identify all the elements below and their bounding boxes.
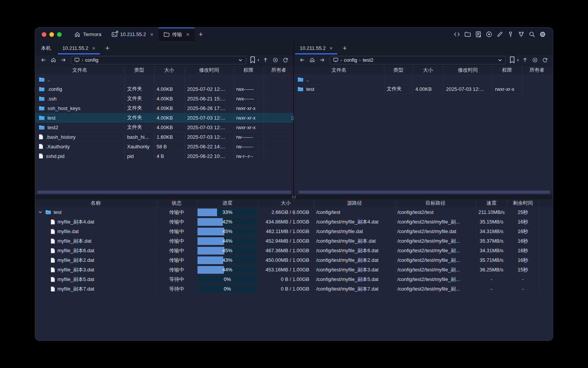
panel-splitter-handle[interactable] [291, 116, 294, 120]
title-tab-home[interactable]: Termora [69, 28, 106, 41]
column-header[interactable]: 修改时间 [443, 66, 492, 74]
folder-icon[interactable] [464, 31, 471, 38]
back-button[interactable] [39, 56, 48, 64]
transfer-row[interactable]: myfile.dat传输中45%462.11MB / 1.00GB/config… [35, 227, 553, 236]
close-tab-icon[interactable]: × [150, 32, 153, 37]
file-row[interactable]: test文件夹4.00KB2025-07-03 12:...rwxr-xr-x [35, 113, 293, 123]
title-tab-label: 传输 [172, 31, 182, 38]
home-button[interactable] [307, 56, 317, 64]
file-row[interactable]: test2文件夹4.00KB2025-07-03 12:...rwxr-xr-x [35, 123, 293, 132]
close-window-button[interactable] [42, 32, 46, 37]
back-button[interactable] [297, 56, 307, 64]
transfer-row[interactable]: myfile_副本3.dat传输中44%453.16MB / 1.00GB/co… [35, 265, 553, 274]
file-row[interactable]: .ssh文件夹4.00KB2025-06-21 15:...rwx------ [35, 94, 293, 104]
parent-directory-button[interactable] [261, 56, 270, 64]
title-tab-transfer[interactable]: 传输× [158, 28, 194, 41]
horizontal-scrollbar[interactable] [37, 191, 291, 194]
file-row[interactable]: sshd.pidpid4 B2025-06-22 10:...rw-r--r-- [35, 151, 293, 161]
zoom-window-button[interactable] [57, 32, 62, 37]
column-header[interactable]: 文件名 [294, 66, 384, 74]
transfer-splitter-handle[interactable] [292, 196, 296, 198]
column-header[interactable]: 进度 [197, 199, 258, 207]
breadcrumb-segment[interactable]: config [344, 57, 357, 63]
close-tab-icon[interactable]: × [186, 32, 189, 37]
transfer-row[interactable]: myfile_副本4.dat传输中42%434.86MB / 1.00GB/co… [35, 217, 553, 227]
horizontal-scrollbar[interactable] [299, 191, 550, 194]
column-header[interactable]: 修改时间 [185, 66, 234, 74]
settings-icon[interactable] [539, 31, 546, 38]
transfer-row[interactable]: myfile_副本5.dat等待中0%0 B / 1.00GB/config/t… [35, 274, 553, 284]
breadcrumb[interactable]: ›config [71, 56, 246, 64]
breadcrumb-segment[interactable]: test2 [363, 57, 373, 63]
column-header[interactable] [539, 199, 553, 207]
tree-expand-icon[interactable] [38, 210, 43, 214]
breadcrumb-dropdown-icon[interactable] [498, 58, 502, 62]
transfer-name: myfile.dat [57, 228, 79, 234]
column-header[interactable]: 类型 [124, 66, 154, 74]
column-header[interactable]: 大小 [413, 66, 443, 74]
transfer-filler-cell [539, 207, 553, 217]
transfer-row[interactable]: test传输中33%2.66GB / 8.00GB/config/test/co… [35, 207, 553, 217]
bookmark-dropdown-icon[interactable]: ▾ [257, 58, 259, 62]
edit-icon[interactable] [497, 31, 503, 38]
transfer-row[interactable]: myfile_副本7.dat等待中0%0 B / 1.00GB/config/t… [35, 284, 553, 294]
tab-session[interactable]: 10.211.55.2× [294, 42, 338, 54]
file-row[interactable]: .. [294, 75, 553, 84]
transfer-row[interactable]: myfile_副本6.dat传输中45%467.36MB / 1.00GB/co… [35, 246, 553, 255]
bookmark-dropdown-icon[interactable]: ▾ [517, 58, 519, 62]
new-tab-button[interactable]: + [194, 28, 207, 41]
key-icon[interactable] [507, 31, 514, 38]
branch-icon[interactable] [518, 31, 524, 38]
refresh-button[interactable] [281, 56, 290, 64]
transfer-row[interactable]: myfile_副本.dat传输中44%452.94MB / 1.00GB/con… [35, 236, 553, 246]
tab-session[interactable]: 10.211.55.2× [57, 42, 101, 54]
breadcrumb-separator: › [340, 57, 342, 63]
file-row[interactable]: ssh_host_keys文件夹4.00KB2025-06-26 17:...r… [35, 104, 293, 113]
column-header[interactable]: 权限 [234, 66, 263, 74]
bookmark-button[interactable] [509, 56, 516, 64]
close-tab-icon[interactable]: × [92, 46, 95, 51]
file-row[interactable]: .bash_historybash_hi...1.60KB2025-07-03 … [35, 132, 293, 142]
close-tab-icon[interactable]: × [330, 46, 333, 51]
breadcrumb[interactable]: ›config›test2 [330, 56, 506, 64]
file-row[interactable]: test文件夹4.00KB2025-07-03 12:...rwxr-xr-x [294, 84, 553, 94]
column-header[interactable]: 大小 [258, 199, 314, 207]
column-header[interactable]: 文件名 [35, 66, 124, 74]
file-cell: rw------- [234, 142, 263, 151]
forward-button[interactable] [317, 56, 327, 64]
column-header[interactable]: 所有者 [263, 66, 294, 74]
file-row[interactable]: .config文件夹4.00KB2025-07-02 12:...rwx----… [35, 84, 293, 94]
bookmark-button[interactable] [249, 56, 256, 64]
column-header[interactable]: 权限 [492, 66, 522, 74]
parent-directory-button[interactable] [520, 56, 529, 64]
code-icon[interactable] [454, 31, 460, 38]
column-header[interactable]: 源路径 [314, 199, 395, 207]
column-header[interactable]: 大小 [154, 66, 185, 74]
search-icon[interactable] [529, 31, 535, 38]
column-header[interactable]: 速度 [476, 199, 507, 207]
column-header[interactable]: 名称 [35, 199, 156, 207]
column-header[interactable]: 剩余时间 [507, 199, 539, 207]
log-icon[interactable] [475, 31, 482, 38]
forward-button[interactable] [59, 56, 68, 64]
column-header[interactable]: 类型 [384, 66, 413, 74]
column-header[interactable]: 状态 [156, 199, 197, 207]
new-panel-tab-button[interactable]: + [101, 42, 114, 54]
transfer-row[interactable]: myfile_副本2.dat传输中43%450.00MB / 1.00GB/co… [35, 255, 553, 265]
transfer-splitter[interactable] [35, 195, 553, 199]
show-hidden-button[interactable] [530, 56, 539, 64]
new-panel-tab-button[interactable]: + [338, 42, 351, 54]
minimize-window-button[interactable] [49, 32, 54, 37]
file-row[interactable]: .. [35, 75, 293, 84]
column-header[interactable]: 目标路径 [395, 199, 476, 207]
tab-local[interactable]: 本机 [35, 42, 57, 54]
file-row[interactable]: .XauthorityXauthority58 B2025-06-22 14:.… [35, 142, 293, 151]
show-hidden-button[interactable] [271, 56, 280, 64]
column-header[interactable]: 所有者 [522, 66, 552, 74]
breadcrumb-dropdown-icon[interactable] [238, 58, 243, 62]
record-icon[interactable] [486, 31, 492, 38]
home-button[interactable] [49, 56, 58, 64]
title-tab-session[interactable]: 10.211.55.2× [106, 28, 158, 41]
breadcrumb-segment[interactable]: config [85, 57, 98, 63]
refresh-button[interactable] [540, 56, 549, 64]
